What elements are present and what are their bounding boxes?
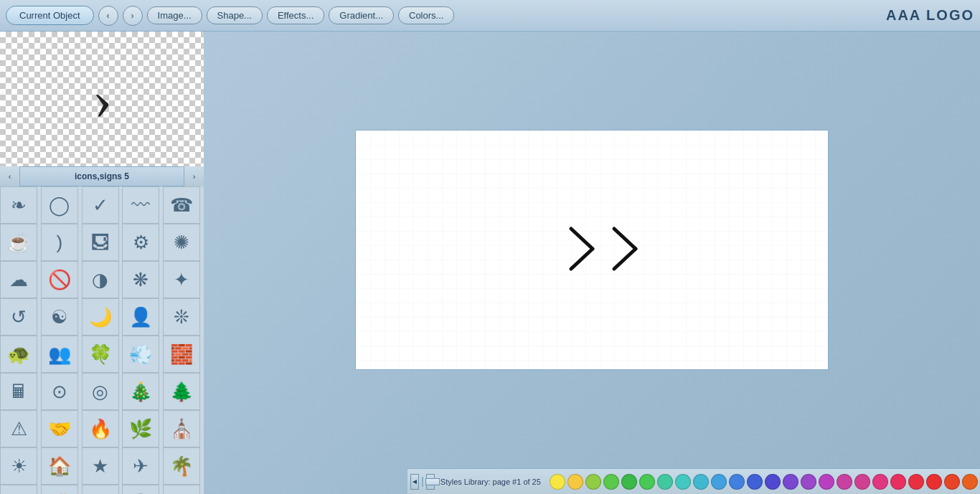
color-swatch-orange-red[interactable] — [962, 474, 978, 490]
color-swatch-yellow[interactable] — [567, 474, 583, 490]
color-swatch-sky[interactable] — [711, 474, 727, 490]
color-swatch-hot-pink[interactable] — [854, 474, 870, 490]
bottom-bar: ◄ ► Styles Library: page #1 of 25 — [407, 468, 980, 494]
current-object-button[interactable]: Current Object — [6, 6, 94, 25]
left-panel: › ‹ icons,signs 5 › ❧◯✓〰☎☕)⛾⚙✺☁🚫◑❋✦↺☯🌙👤❊… — [0, 32, 204, 494]
icon-cell-flame2[interactable]: 🌿 — [122, 410, 159, 447]
image-button[interactable]: Image... — [147, 6, 202, 24]
gradient-button[interactable]: Gradient... — [329, 6, 394, 24]
color-swatch-cyan[interactable] — [693, 474, 709, 490]
colors-button[interactable]: Colors... — [398, 6, 454, 24]
color-swatch-red-rose[interactable] — [908, 474, 924, 490]
icon-cell-warning[interactable]: ⚠ — [0, 410, 37, 447]
icon-cell-plane[interactable]: ✈ — [122, 447, 159, 485]
icon-cell-person[interactable]: 👤 — [122, 298, 159, 336]
icon-cell-turtle[interactable]: 🐢 — [0, 336, 37, 373]
icon-cell-sparkle[interactable]: ✦ — [163, 261, 200, 298]
nav-prev-button[interactable]: ‹ — [98, 6, 118, 26]
library-header: ‹ icons,signs 5 › — [0, 166, 204, 186]
arrow-left-icon: ‹ — [107, 11, 110, 21]
icon-cell-calculator[interactable]: 🖩 — [0, 373, 37, 410]
library-prev-button[interactable]: ‹ — [0, 166, 20, 186]
icon-cell-palm[interactable]: 🌴 — [163, 447, 200, 485]
color-swatch-pink[interactable] — [872, 474, 888, 490]
icons-grid: ❧◯✓〰☎☕)⛾⚙✺☁🚫◑❋✦↺☯🌙👤❊🐢👥🍀💨🧱🖩⊙◎🎄🌲⚠🤝🔥🌿⛪☀🏠★✈🌴… — [0, 186, 204, 494]
icon-cell-group[interactable]: 👥 — [41, 336, 78, 373]
color-swatches — [550, 474, 980, 490]
color-swatch-yellow-light[interactable] — [550, 474, 565, 490]
arrow-left-icon: ◄ — [411, 478, 418, 485]
icon-cell-ornament[interactable]: ❧ — [0, 186, 37, 224]
color-swatch-blue-light[interactable] — [729, 474, 745, 490]
nav-next-button[interactable]: › — [123, 6, 143, 26]
icon-cell-house[interactable]: 🏠 — [41, 447, 78, 485]
color-swatch-green-bright[interactable] — [639, 474, 655, 490]
icon-cell-handshake[interactable]: 🤝 — [41, 410, 78, 447]
icon-cell-brush[interactable]: 🖌 — [82, 485, 119, 494]
color-swatch-teal-light[interactable] — [657, 474, 673, 490]
color-swatch-purple[interactable] — [801, 474, 816, 490]
color-swatch-blue[interactable] — [747, 474, 763, 490]
app-title: AAA LOGO — [886, 7, 974, 24]
icon-cell-asterisk[interactable]: ❊ — [163, 298, 200, 336]
color-swatch-blue-violet[interactable] — [765, 474, 781, 490]
color-swatch-violet[interactable] — [783, 474, 798, 490]
icon-cell-snowflake[interactable]: ❋ — [122, 261, 159, 298]
icon-cell-church[interactable]: ⛪ — [163, 410, 200, 447]
color-swatch-yellow-green[interactable] — [585, 474, 601, 490]
icon-cell-curl[interactable]: ) — [41, 224, 78, 261]
preview-area: › — [0, 32, 204, 166]
color-swatch-teal[interactable] — [675, 474, 691, 490]
icon-cell-hammer[interactable]: 🔨 — [122, 485, 159, 494]
effects-button[interactable]: Effects... — [267, 6, 324, 24]
library-next-button[interactable]: › — [184, 166, 204, 186]
icon-cell-spiral[interactable]: ◎ — [82, 373, 119, 410]
icon-cell-cloud[interactable]: ☁ — [0, 261, 37, 298]
icon-cell-wave[interactable]: 〰 — [122, 186, 159, 224]
icons-grid-container: ❧◯✓〰☎☕)⛾⚙✺☁🚫◑❋✦↺☯🌙👤❊🐢👥🍀💨🧱🖩⊙◎🎄🌲⚠🤝🔥🌿⛪☀🏠★✈🌴… — [0, 186, 204, 494]
icon-cell-brick[interactable]: 🧱 — [163, 336, 200, 373]
toolbar: Current Object ‹ › Image... Shape... Eff… — [0, 0, 980, 32]
icon-cell-half-circle[interactable]: ◑ — [82, 261, 119, 298]
styles-thumb — [425, 478, 440, 485]
shape-button[interactable]: Shape... — [207, 6, 263, 24]
drawing-canvas[interactable] — [355, 130, 829, 370]
icon-cell-clover[interactable]: 🍀 — [82, 336, 119, 373]
icon-cell-bullseye[interactable]: ⊙ — [41, 373, 78, 410]
icon-cell-star[interactable]: ★ — [82, 447, 119, 485]
icon-cell-no[interactable]: 🚫 — [41, 261, 78, 298]
icon-cell-tree1[interactable]: 🎄 — [122, 373, 159, 410]
icon-cell-moon[interactable]: 🌙 — [82, 298, 119, 336]
icon-cell-yin-yang[interactable]: ☯ — [41, 298, 78, 336]
icon-cell-sun[interactable]: ☀ — [0, 447, 37, 485]
color-swatch-red-orange[interactable] — [944, 474, 960, 490]
main-layout: › ‹ icons,signs 5 › ❧◯✓〰☎☕)⛾⚙✺☁🚫◑❋✦↺☯🌙👤❊… — [0, 32, 980, 494]
icon-cell-swirl[interactable]: ✺ — [163, 224, 200, 261]
icon-cell-face[interactable]: ☺ — [0, 485, 37, 494]
library-title: icons,signs 5 — [20, 171, 184, 181]
color-swatch-green[interactable] — [621, 474, 637, 490]
icon-cell-refresh[interactable]: ↺ — [0, 298, 37, 336]
icon-cell-telephone[interactable]: ☎ — [163, 186, 200, 224]
arrow-right-icon: › — [131, 11, 134, 21]
styles-scrollbar[interactable] — [422, 477, 423, 487]
color-swatch-purple-pink[interactable] — [819, 474, 834, 490]
styles-library-label: Styles Library: page #1 of 25 — [440, 478, 541, 486]
icon-cell-fire[interactable]: 🔥 — [82, 410, 119, 447]
icon-cell-checkmark[interactable]: ✓ — [82, 186, 119, 224]
icon-cell-circle[interactable]: ◯ — [41, 186, 78, 224]
icon-cell-tree2[interactable]: 🌲 — [163, 373, 200, 410]
icon-cell-cup[interactable]: ⛾ — [82, 224, 119, 261]
grid-overlay — [356, 130, 828, 369]
color-swatch-pink-purple[interactable] — [837, 474, 852, 490]
color-swatch-green-light[interactable] — [603, 474, 619, 490]
icon-cell-gear[interactable]: ⚙ — [122, 224, 159, 261]
icon-cell-coffee[interactable]: ☕ — [0, 224, 37, 261]
canvas-area: ◄ ► Styles Library: page #1 of 25 — [204, 32, 980, 494]
icon-cell-bomb[interactable]: 💣 — [41, 485, 78, 494]
styles-prev-button[interactable]: ◄ — [410, 474, 419, 490]
icon-cell-wind[interactable]: 💨 — [122, 336, 159, 373]
icon-cell-bus[interactable]: 🚌 — [163, 485, 200, 494]
color-swatch-rose[interactable] — [890, 474, 906, 490]
color-swatch-red[interactable] — [926, 474, 942, 490]
